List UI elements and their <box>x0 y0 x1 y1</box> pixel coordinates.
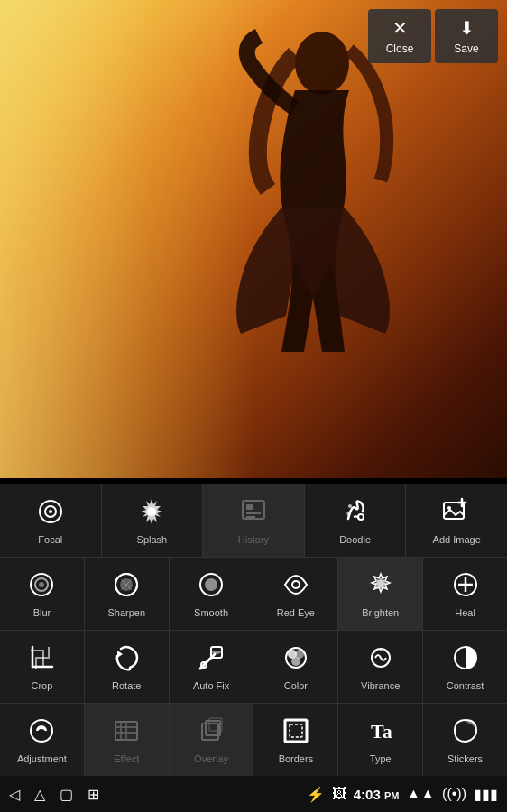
recents-nav-icon[interactable]: ▢ <box>60 786 73 803</box>
stickers-icon <box>451 716 480 750</box>
status-bar: ◁ △ ▢ ⊞ ⚡ 🖼 4:03 PM ▲▲ ((•)) ▮▮▮ <box>0 776 507 812</box>
tool-stickers[interactable]: Stickers <box>423 704 507 776</box>
tool-borders[interactable]: Borders <box>254 704 338 776</box>
type-label: Type <box>370 753 392 764</box>
tool-type[interactable]: Ta Type <box>338 704 423 776</box>
usb-icon: ⚡ <box>307 786 325 803</box>
tool-auto-fix[interactable]: Auto Fix <box>170 631 254 703</box>
vibrance-icon <box>366 643 395 677</box>
stickers-label: Stickers <box>447 753 483 764</box>
add-image-label: Add Image <box>433 534 481 545</box>
svg-point-0 <box>295 32 349 95</box>
smooth-label: Smooth <box>194 607 228 618</box>
svg-rect-11 <box>444 503 464 519</box>
clock: 4:03 PM <box>354 787 400 802</box>
borders-icon <box>281 716 310 750</box>
top-action-buttons: ✕ Close ⬇ Save <box>368 9 498 63</box>
back-nav-icon[interactable]: ◁ <box>9 786 20 803</box>
tool-smooth[interactable]: Smooth <box>170 558 254 630</box>
effect-icon <box>112 716 141 750</box>
tool-focal[interactable]: Focal <box>0 484 102 557</box>
overlay-icon <box>197 716 226 750</box>
toolbar: Focal Splash History Doodle Add Image <box>0 484 507 776</box>
wifi-icon: ((•)) <box>442 786 466 802</box>
brighten-label: Brighten <box>362 607 399 618</box>
svg-marker-28 <box>117 651 123 658</box>
save-label: Save <box>454 42 478 55</box>
blur-icon <box>27 570 56 604</box>
vibrance-label: Vibrance <box>361 680 400 691</box>
tool-blur[interactable]: Blur <box>0 558 85 630</box>
tool-crop[interactable]: Crop <box>0 631 85 703</box>
tool-row-4: Adjustment Effect Overlay Borders Ta Typ… <box>0 704 507 776</box>
tool-effect[interactable]: Effect <box>85 704 170 776</box>
tool-vibrance[interactable]: Vibrance <box>338 631 423 703</box>
type-icon: Ta <box>366 716 395 750</box>
tool-contrast[interactable]: Contrast <box>423 631 507 703</box>
focal-label: Focal <box>38 534 62 545</box>
svg-point-10 <box>358 514 364 520</box>
overlay-label: Overlay <box>194 753 228 764</box>
home-nav-icon[interactable]: △ <box>34 786 45 803</box>
history-label: History <box>238 534 269 545</box>
tool-history[interactable]: History <box>203 484 305 557</box>
tool-doodle[interactable]: Doodle <box>305 484 407 557</box>
doodle-label: Doodle <box>339 534 371 545</box>
close-label: Close <box>386 42 414 55</box>
splash-icon <box>137 497 166 531</box>
rotate-icon <box>112 643 141 677</box>
tool-sharpen[interactable]: Sharpen <box>85 558 170 630</box>
rotate-label: Rotate <box>112 680 141 691</box>
effect-label: Effect <box>114 753 139 764</box>
photos-icon: 🖼 <box>332 786 346 802</box>
tool-row-2: Blur Sharpen Smooth Red Eye Brighten <box>0 558 507 631</box>
tool-heal[interactable]: Heal <box>423 558 507 630</box>
red-eye-label: Red Eye <box>277 607 315 618</box>
tool-adjustment[interactable]: Adjustment <box>0 704 85 776</box>
close-icon: ✕ <box>392 17 408 39</box>
contrast-label: Contrast <box>447 680 484 691</box>
svg-point-24 <box>293 582 299 587</box>
signal-icon: ▲▲ <box>406 786 435 802</box>
adjustment-label: Adjustment <box>17 753 67 764</box>
tool-row-1: Focal Splash History Doodle Add Image <box>0 484 507 558</box>
svg-point-3 <box>49 510 52 513</box>
close-button[interactable]: ✕ Close <box>368 9 431 63</box>
splash-label: Splash <box>137 534 168 545</box>
tool-color[interactable]: Color <box>254 631 338 703</box>
svg-point-9 <box>348 504 352 508</box>
svg-point-41 <box>38 729 45 736</box>
battery-icon: ▮▮▮ <box>474 786 498 803</box>
sharpen-label: Sharpen <box>107 607 145 618</box>
save-button[interactable]: ⬇ Save <box>435 9 498 63</box>
tool-overlay[interactable]: Overlay <box>170 704 254 776</box>
borders-label: Borders <box>279 753 314 764</box>
heal-label: Heal <box>455 607 475 618</box>
blur-label: Blur <box>33 607 51 618</box>
svg-point-34 <box>291 657 300 666</box>
history-icon <box>239 497 268 531</box>
svg-rect-51 <box>290 724 302 737</box>
add-image-icon <box>442 497 471 531</box>
smooth-icon <box>197 570 226 604</box>
save-icon: ⬇ <box>459 17 475 39</box>
tool-brighten[interactable]: Brighten <box>338 558 423 630</box>
adjustment-icon <box>27 716 56 750</box>
red-eye-icon <box>281 570 310 604</box>
heal-icon <box>451 570 480 604</box>
auto-fix-icon <box>197 643 226 677</box>
tool-add-image[interactable]: Add Image <box>406 484 507 557</box>
tool-red-eye[interactable]: Red Eye <box>254 558 338 630</box>
system-status: ⚡ 🖼 4:03 PM ▲▲ ((•)) ▮▮▮ <box>307 786 498 803</box>
screenshot-nav-icon[interactable]: ⊞ <box>88 786 99 803</box>
tool-rotate[interactable]: Rotate <box>85 631 170 703</box>
color-icon <box>281 643 310 677</box>
focal-icon <box>36 497 65 531</box>
contrast-icon <box>451 643 480 677</box>
svg-rect-6 <box>246 504 254 510</box>
svg-point-22 <box>205 578 217 591</box>
brighten-icon <box>366 570 395 604</box>
color-label: Color <box>284 680 308 691</box>
tool-row-3: Crop Rotate Auto Fix Color Vibrance <box>0 631 507 704</box>
tool-splash[interactable]: Splash <box>102 484 204 557</box>
